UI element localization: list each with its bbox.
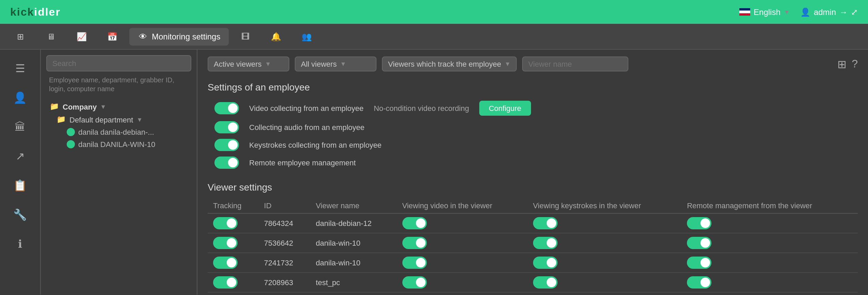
sidebar-building-icon[interactable]: 🏛: [6, 115, 34, 139]
admin-area: 👤 admin → ⤢: [800, 7, 858, 17]
employee-settings-section: Settings of an employee Video collecting…: [208, 82, 858, 171]
dept-folder-icon: 📁: [57, 115, 66, 124]
dept-arrow-icon: ▼: [136, 116, 143, 123]
remote-label: Remote employee management: [249, 159, 356, 167]
audio-toggle[interactable]: [214, 121, 239, 133]
emp-avatar-1: [67, 140, 75, 148]
setting-row-audio: Collecting audio from an employee: [208, 118, 858, 136]
company-tree-item[interactable]: 📁 Company ▼: [46, 100, 191, 113]
nav-chart[interactable]: 📈: [68, 28, 95, 45]
active-viewers-label: Active viewers: [214, 60, 262, 68]
nav-media[interactable]: 🎞: [232, 28, 259, 45]
employee-item-1[interactable]: danila DANILA-WIN-10: [46, 138, 191, 150]
table-row: 7208962debian: [208, 292, 858, 295]
table-header-row: Tracking ID Viewer name Viewing video in…: [208, 198, 858, 213]
search-hint: Employee name, department, grabber ID, l…: [46, 74, 191, 95]
sidebar-report-icon[interactable]: 📋: [6, 174, 34, 197]
monitoring-icon: 👁: [138, 31, 148, 42]
viewer-table: Tracking ID Viewer name Viewing video in…: [208, 198, 858, 295]
nav-bell[interactable]: 🔔: [262, 28, 290, 45]
keystrokes-toggle[interactable]: [214, 139, 239, 151]
col-video: Viewing video in the viewer: [397, 198, 527, 213]
nav-users[interactable]: 👥: [293, 28, 320, 45]
audio-label: Collecting audio from an employee: [249, 123, 365, 131]
table-row: 7241732danila-win-10: [208, 253, 858, 273]
video-label: Video collecting from an employee: [249, 104, 364, 112]
settings-panel: Active viewers ▼ All viewers ▼ Viewers w…: [197, 50, 868, 295]
sidebar-settings-icon[interactable]: 🔧: [6, 203, 34, 227]
table-row: 7536642danila-win-10: [208, 233, 858, 253]
table-row: 7864324danila-debian-12: [208, 213, 858, 233]
nav-monitoring-settings[interactable]: 👁 Monitoring settings: [129, 28, 228, 45]
row-viewer-name: test_pc: [310, 273, 397, 292]
video-toggle[interactable]: [214, 102, 239, 114]
emp-name-1: danila DANILA-WIN-10: [78, 140, 155, 148]
row-toggle[interactable]: [213, 217, 238, 229]
top-nav-right: English ▼ 👤 admin → ⤢: [739, 7, 858, 17]
row-toggle[interactable]: [687, 217, 711, 229]
sidebar-menu-icon[interactable]: ☰: [6, 56, 34, 80]
calendar-icon: 📅: [107, 31, 118, 42]
row-toggle[interactable]: [402, 257, 427, 269]
col-id: ID: [259, 198, 310, 213]
search-input[interactable]: [46, 55, 191, 71]
sidebar-share-icon[interactable]: ↗: [6, 144, 34, 168]
row-toggle[interactable]: [402, 237, 427, 249]
grid-view-button[interactable]: ⊞: [837, 58, 846, 70]
language-label: English: [754, 7, 781, 17]
viewers-track-select[interactable]: Viewers which track the employee ▼: [382, 56, 517, 71]
flag-icon: [739, 8, 750, 16]
viewer-settings-section: Viewer settings Tracking ID Viewer name …: [208, 182, 858, 295]
video-condition-label: No-condition video recording: [374, 104, 469, 112]
sidebar-user-icon[interactable]: 👤: [6, 86, 34, 110]
remote-toggle[interactable]: [214, 157, 239, 169]
all-viewers-arrow: ▼: [340, 61, 346, 67]
row-toggle[interactable]: [402, 276, 427, 289]
nav-calendar[interactable]: 📅: [99, 28, 126, 45]
active-viewers-select[interactable]: Active viewers ▼: [208, 56, 289, 71]
filters-row: Active viewers ▼ All viewers ▼ Viewers w…: [208, 56, 858, 71]
expand-icon[interactable]: ⤢: [851, 7, 858, 17]
row-toggle[interactable]: [687, 276, 711, 289]
row-toggle[interactable]: [687, 257, 711, 269]
top-navbar: kickidler English ▼ 👤 admin → ⤢: [0, 0, 868, 24]
row-toggle[interactable]: [213, 237, 238, 249]
row-toggle[interactable]: [533, 276, 558, 289]
row-toggle[interactable]: [687, 237, 711, 249]
department-tree-item[interactable]: 📁 Default department ▼: [46, 113, 191, 126]
row-toggle[interactable]: [213, 257, 238, 269]
admin-arrow-icon: →: [839, 7, 848, 17]
row-toggle[interactable]: [213, 276, 238, 289]
row-toggle[interactable]: [533, 217, 558, 229]
admin-label: admin: [814, 7, 836, 17]
row-toggle[interactable]: [402, 217, 427, 229]
nav-monitor[interactable]: 🖥: [37, 28, 65, 45]
table-row: 7208963test_pc: [208, 273, 858, 292]
secondary-navbar: ⊞ 🖥 📈 📅 👁 Monitoring settings 🎞 🔔 👥: [0, 24, 868, 50]
sidebar-info-icon[interactable]: ℹ: [6, 232, 34, 256]
row-id: 7536642: [259, 233, 310, 253]
row-viewer-name: danila-debian-12: [310, 213, 397, 233]
nav-dashboard[interactable]: ⊞: [7, 28, 34, 45]
help-button[interactable]: ?: [852, 58, 858, 70]
language-selector[interactable]: English ▼: [739, 7, 790, 17]
setting-row-keystrokes: Keystrokes collecting from an employee: [208, 136, 858, 154]
row-toggle[interactable]: [533, 257, 558, 269]
company-arrow-icon: ▼: [100, 103, 106, 110]
monitor-icon: 🖥: [46, 31, 57, 42]
users-icon: 👥: [301, 31, 312, 42]
configure-button[interactable]: Configure: [479, 101, 531, 116]
left-sidebar: ☰ 👤 🏛 ↗ 📋 🔧 ℹ: [0, 50, 41, 295]
content-area: Employee name, department, grabber ID, l…: [41, 50, 868, 295]
all-viewers-select[interactable]: All viewers ▼: [295, 56, 376, 71]
row-toggle[interactable]: [533, 237, 558, 249]
viewer-name-input[interactable]: [522, 56, 628, 71]
employee-item-0[interactable]: danila danila-debian-...: [46, 126, 191, 138]
row-id: 7208962: [259, 292, 310, 295]
department-label: Default department: [69, 115, 133, 124]
col-remote: Remote management from the viewer: [681, 198, 858, 213]
col-viewer-name: Viewer name: [310, 198, 397, 213]
emp-name-0: danila danila-debian-...: [78, 128, 154, 136]
setting-row-remote: Remote employee management: [208, 154, 858, 171]
row-viewer-name: debian: [310, 292, 397, 295]
